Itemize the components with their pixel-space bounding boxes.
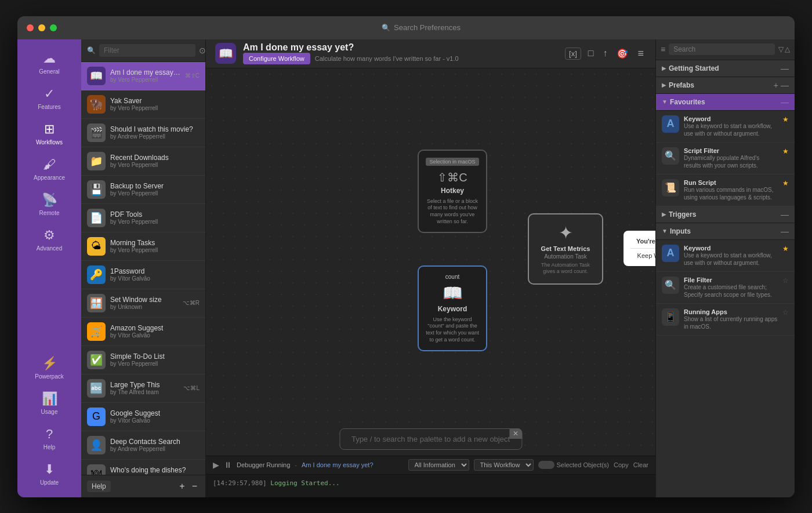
add-workflow-button[interactable]: + [177,480,187,493]
favourites-header[interactable]: ▼ Favourites — [656,94,795,111]
close-button[interactable] [27,24,34,31]
remove-workflow-button[interactable]: − [190,480,200,493]
star-empty-icon: ☆ [782,276,789,285]
prefabs-label: Prefabs [669,81,774,89]
workflow-item[interactable]: 🎬 Should I watch this movie? by Andrew P… [81,119,205,147]
prefabs-header[interactable]: ▶ Prefabs + — [656,77,795,94]
filter-options-icon[interactable]: ⊙ [199,46,206,55]
sidebar-item-update[interactable]: ⬇ Update [17,456,81,492]
debug-pin-button[interactable]: 🎯 [614,46,630,61]
export-button[interactable]: ↑ [600,46,610,61]
workflow-icon: 📄 [87,209,106,227]
workflow-item[interactable]: G Google Suggest by Vítor Galvão [81,403,205,431]
workflow-item[interactable]: 🔤 Large Type This by The Alfred team ⌥⌘L [81,374,205,403]
workflow-item[interactable]: 📄 PDF Tools by Vero Pepperrell [81,204,205,232]
workflow-item[interactable]: 🌤 Morning Tasks by Vero Pepperrell [81,232,205,261]
workflow-info: Should I watch this movie? by Andrew Pep… [110,125,200,140]
help-button[interactable]: Help [87,481,111,492]
sidebar-item-advanced[interactable]: ⚙ Advanced [17,222,81,257]
workflow-item[interactable]: ✅ Simple To-Do List by Vero Pepperrell [81,346,205,374]
grid-icon: ⊞ [44,122,55,137]
filter-input[interactable] [99,44,195,57]
workflow-item[interactable]: 🪟 Set Window size by Unknown ⌥⌘R [81,289,205,318]
star-empty-icon: ☆ [782,308,789,316]
search-placeholder[interactable]: Search Preferences [394,23,461,32]
add-node-button[interactable]: □ [586,46,596,61]
debugger-filter-select[interactable]: All Information [408,459,469,471]
getting-started-header[interactable]: ▶ Getting Started — [656,60,795,77]
automation-desc: The Automation Task gives a word count. [537,262,594,275]
keyword-icon: A [662,115,679,133]
rp-item-running-apps[interactable]: 📱 Running Apps Show a list of currently … [656,304,795,336]
getting-started-label: Getting Started [669,64,781,72]
workflow-item[interactable]: 🛒 Amazon Suggest by Vítor Galvão [81,318,205,346]
section-collapse-button[interactable]: — [781,81,789,90]
sidebar-item-general[interactable]: ☁ General [17,45,81,81]
prefabs-section: ▶ Prefabs + — [656,77,795,94]
section-collapse-button[interactable]: — [781,227,789,236]
filter-icon: 🔍 [87,46,96,54]
automation-node[interactable]: ✦ Get Text Metrics Automation Task The A… [528,213,603,285]
close-palette-button[interactable]: ✕ [509,428,522,439]
section-collapse-button[interactable]: — [781,210,789,219]
workflow-canvas[interactable]: Selection in macOS ⇧⌘C Hotkey Select a f… [206,68,655,456]
workflow-item[interactable]: 👤 Deep Contacts Search by Andrew Pepperr… [81,431,205,460]
sidebar-item-appearance[interactable]: 🖌 Appearance [17,151,81,187]
workflow-item[interactable]: 💾 Backup to Server by Vero Pepperrell [81,176,205,204]
sidebar-item-powerpack[interactable]: ⚡ Powerpack [17,350,81,385]
workflow-item[interactable]: 🔑 1Password by Vítor Galvão [81,261,205,289]
sidebar-item-features[interactable]: ✓ Features [17,81,81,116]
triggers-header[interactable]: ▶ Triggers — [656,206,795,223]
collapse-arrow-icon: ▶ [662,211,666,217]
debugger-status: Debugger Running [237,461,290,468]
sidebar-item-remote[interactable]: 📡 Remote [17,187,81,222]
sidebar-item-usage[interactable]: 📊 Usage [17,385,81,421]
rp-item-file-filter[interactable]: 🔍 File Filter Create a customised file s… [656,272,795,304]
rp-menu-button[interactable]: ≡ [661,45,665,54]
menu-button[interactable]: ≡ [635,45,646,62]
workflow-item[interactable]: 📁 Recent Downloads by Vero Pepperrell [81,147,205,176]
minimize-button[interactable] [38,24,45,31]
lightning-icon: ⚡ [42,356,57,371]
decision-node[interactable]: You're done! Keep Writing [624,231,655,266]
rp-filter-down[interactable]: ▽ [778,45,784,53]
selected-objects-label: Selected Object(s) [557,461,609,468]
debugger-scope-select[interactable]: This Workflow [474,459,534,471]
main-area: 📖 Am I done my essay yet? Configure Work… [206,39,655,497]
workflow-info: Who's doing the dishes? by Vero Pepperre… [110,466,200,475]
chart-icon: 📊 [42,391,57,406]
sidebar-item-workflows[interactable]: ⊞ Workflows [17,116,81,151]
rp-search-input[interactable] [669,43,775,55]
workflow-item[interactable]: 📖 Am I done my essay yet? by Vero Pepper… [81,62,205,90]
workflow-info: Amazon Suggest by Vítor Galvão [110,324,200,339]
inputs-header[interactable]: ▼ Inputs — [656,223,795,240]
rp-filter-up[interactable]: △ [785,45,790,53]
workflow-icon: 📖 [87,67,106,85]
workflow-info: Deep Contacts Search by Andrew Pepperrel… [110,438,200,452]
variables-button[interactable]: [x] [565,48,581,60]
clear-debug-button[interactable]: Clear [633,461,648,468]
inputs-items: A Keyword Use a keyword to start a workf… [656,240,795,336]
sidebar-item-help[interactable]: ? Help [17,421,81,456]
debugger-pause-icon: ⏸ [224,460,232,470]
workflow-icon: 🍽 [87,464,106,475]
section-collapse-button[interactable]: — [781,64,789,73]
maximize-button[interactable] [50,24,57,31]
hotkey-node[interactable]: Selection in macOS ⇧⌘C Hotkey Select a f… [418,150,487,234]
icon-sidebar: ☁ General ✓ Features ⊞ Workflows 🖌 Appea… [17,39,81,497]
configure-workflow-button[interactable]: Configure Workflow [243,53,310,64]
add-prefab-button[interactable]: + [774,81,778,90]
toggle-switch[interactable] [538,461,554,469]
rp-item-run-script[interactable]: 📜 Run Script Run various commands in mac… [656,174,795,206]
keyword-node[interactable]: count 📖 Keyword Use the keyword "count" … [418,265,487,352]
rp-item-keyword[interactable]: A Keyword Use a keyword to start a workf… [656,111,795,143]
rp-item-keyword-input[interactable]: A Keyword Use a keyword to start a workf… [656,240,795,272]
rp-item-script-filter[interactable]: 🔍 Script Filter Dynamically populate Alf… [656,143,795,174]
workflow-item[interactable]: 🦬 Yak Saver by Vero Pepperrell [81,90,205,119]
workflow-item[interactable]: 🍽 Who's doing the dishes? by Vero Pepper… [81,460,205,475]
workflow-icon: 📁 [87,152,106,170]
copy-debug-button[interactable]: Copy [614,461,629,468]
help-icon: ? [46,427,53,442]
section-collapse-button[interactable]: — [781,97,789,107]
section-actions: — [781,97,789,107]
